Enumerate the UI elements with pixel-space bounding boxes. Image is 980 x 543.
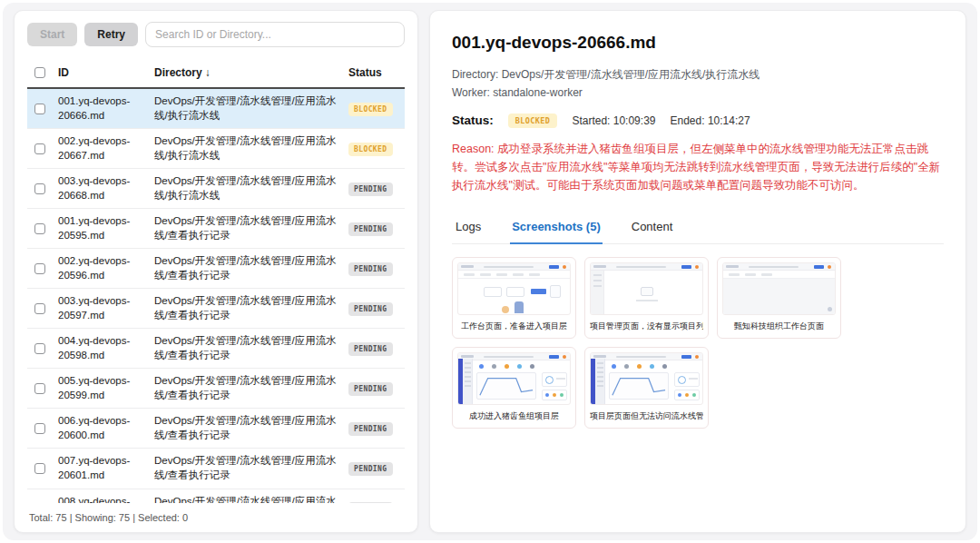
row-checkbox[interactable] bbox=[34, 343, 45, 354]
table-row[interactable]: 008.yq-devops-20602.md DevOps/开发管理/流水线管理… bbox=[27, 489, 405, 504]
screenshot-caption: 工作台页面，准备进入项目层 bbox=[457, 321, 571, 332]
tab-logs[interactable]: Logs bbox=[454, 214, 483, 244]
detail-worker: Worker: standalone-worker bbox=[452, 84, 944, 102]
screenshot-item[interactable]: 成功进入猪齿鱼组项目层 bbox=[452, 347, 576, 429]
select-all-checkbox[interactable] bbox=[34, 67, 45, 78]
detail-reason: Reason: 成功登录系统并进入猪齿鱼组项目层，但左侧菜单中的流水线管理功能无… bbox=[452, 140, 944, 194]
search-input[interactable] bbox=[145, 22, 405, 47]
status-badge: PENDING bbox=[348, 462, 393, 476]
screenshot-thumbnail bbox=[457, 262, 571, 315]
screenshot-caption: 项目层页面但无法访问流水线管理 bbox=[590, 410, 703, 422]
retry-button[interactable]: Retry bbox=[84, 23, 138, 46]
row-directory: DevOps/开发管理/流水线管理/应用流水线/查看执行记录 bbox=[154, 414, 343, 442]
detail-title: 001.yq-devops-20666.md bbox=[452, 33, 944, 53]
row-checkbox[interactable] bbox=[34, 303, 45, 314]
row-directory: DevOps/开发管理/流水线管理/应用流水线/查看执行记录 bbox=[154, 495, 343, 504]
row-checkbox[interactable] bbox=[34, 223, 45, 234]
status-badge: PENDING bbox=[348, 342, 393, 356]
task-table: ID Directory↓ Status 001.yq-devops-20666… bbox=[27, 58, 405, 503]
sort-descending-icon: ↓ bbox=[205, 66, 211, 79]
screenshot-caption: 甄知科技组织工作台页面 bbox=[722, 321, 836, 332]
status-badge: PENDING bbox=[348, 262, 393, 276]
reason-label: Reason: bbox=[452, 143, 495, 155]
row-checkbox[interactable] bbox=[34, 463, 45, 474]
detail-worker-label: Worker: bbox=[452, 86, 490, 99]
table-row[interactable]: 005.yq-devops-20599.md DevOps/开发管理/流水线管理… bbox=[27, 369, 405, 409]
toolbar: Start Retry bbox=[27, 22, 405, 47]
screenshot-thumbnail bbox=[590, 262, 703, 315]
row-id: 003.yq-devops-20668.md bbox=[58, 174, 149, 202]
tab-content[interactable]: Content bbox=[630, 214, 675, 244]
status-badge: BLOCKED bbox=[348, 103, 393, 116]
table-row[interactable]: 003.yq-devops-20597.md DevOps/开发管理/流水线管理… bbox=[27, 289, 405, 329]
detail-status-label: Status: bbox=[452, 114, 494, 127]
row-id: 007.yq-devops-20601.md bbox=[58, 454, 149, 482]
row-directory: DevOps/开发管理/流水线管理/应用流水线/查看执行记录 bbox=[154, 214, 343, 242]
row-directory: DevOps/开发管理/流水线管理/应用流水线/查看执行记录 bbox=[154, 294, 343, 322]
table-footer: Total: 75 | Showing: 75 | Selected: 0 bbox=[27, 503, 405, 525]
table-row[interactable]: 001.yq-devops-20666.md DevOps/开发管理/流水线管理… bbox=[27, 89, 405, 129]
row-id: 001.yq-devops-20666.md bbox=[58, 94, 149, 123]
table-body: 001.yq-devops-20666.md DevOps/开发管理/流水线管理… bbox=[27, 89, 405, 503]
table-row[interactable]: 002.yq-devops-20596.md DevOps/开发管理/流水线管理… bbox=[27, 249, 405, 289]
ended-value: 10:14:27 bbox=[708, 114, 750, 127]
status-badge: BLOCKED bbox=[508, 114, 558, 128]
table-row[interactable]: 002.yq-devops-20667.md DevOps/开发管理/流水线管理… bbox=[27, 129, 405, 169]
row-directory: DevOps/开发管理/流水线管理/应用流水线/查看执行记录 bbox=[154, 254, 343, 282]
status-badge: BLOCKED bbox=[348, 143, 393, 156]
detail-panel: 001.yq-devops-20666.md Directory: DevOps… bbox=[429, 10, 966, 533]
tab-screenshots-5[interactable]: Screenshots (5) bbox=[510, 214, 603, 244]
screenshot-item[interactable]: 项目层页面但无法访问流水线管理 bbox=[584, 347, 709, 429]
status-badge: PENDING bbox=[348, 222, 393, 236]
screenshot-item[interactable]: 工作台页面，准备进入项目层 bbox=[452, 257, 576, 339]
ended-label: Ended: bbox=[670, 114, 704, 127]
row-id: 002.yq-devops-20667.md bbox=[58, 134, 149, 163]
status-badge: PENDING bbox=[348, 183, 393, 196]
row-directory: DevOps/开发管理/流水线管理/应用流水线/执行流水线 bbox=[154, 94, 343, 123]
screenshot-caption: 项目管理页面，没有显示项目列表 bbox=[590, 321, 703, 332]
row-checkbox[interactable] bbox=[34, 423, 45, 434]
detail-status-row: Status: BLOCKED Started: 10:09:39 Ended:… bbox=[452, 114, 944, 128]
row-directory: DevOps/开发管理/流水线管理/应用流水线/执行流水线 bbox=[154, 174, 343, 202]
detail-directory-value: DevOps/开发管理/流水线管理/应用流水线/执行流水线 bbox=[502, 68, 760, 81]
status-badge: PENDING bbox=[348, 422, 393, 436]
row-id: 003.yq-devops-20597.md bbox=[58, 294, 149, 322]
row-checkbox[interactable] bbox=[34, 183, 45, 194]
screenshot-thumbnail bbox=[722, 262, 836, 315]
table-row[interactable]: 001.yq-devops-20595.md DevOps/开发管理/流水线管理… bbox=[27, 209, 405, 249]
started-value: 10:09:39 bbox=[613, 114, 656, 127]
status-badge: PENDING bbox=[348, 302, 393, 316]
row-id: 005.yq-devops-20599.md bbox=[58, 374, 149, 402]
reason-text: 成功登录系统并进入猪齿鱼组项目层，但左侧菜单中的流水线管理功能无法正常点击跳转。… bbox=[452, 143, 940, 192]
table-row[interactable]: 007.yq-devops-20601.md DevOps/开发管理/流水线管理… bbox=[27, 449, 405, 489]
screenshot-grid: 工作台页面，准备进入项目层 项目管理页面，没有显示项目列表 甄知科技组织工作台页… bbox=[452, 257, 944, 429]
started-label: Started: bbox=[572, 114, 610, 127]
row-checkbox[interactable] bbox=[34, 263, 45, 274]
task-list-panel: Start Retry ID Directory↓ Status 001.yq-… bbox=[14, 10, 418, 533]
row-id: 001.yq-devops-20595.md bbox=[58, 214, 149, 242]
row-id: 008.yq-devops-20602.md bbox=[58, 495, 149, 504]
row-id: 006.yq-devops-20600.md bbox=[58, 414, 149, 442]
table-header-row: ID Directory↓ Status bbox=[27, 58, 405, 89]
row-checkbox[interactable] bbox=[34, 104, 45, 114]
start-button[interactable]: Start bbox=[27, 23, 77, 46]
row-directory: DevOps/开发管理/流水线管理/应用流水线/执行流水线 bbox=[154, 134, 343, 163]
status-badge: PENDING bbox=[348, 382, 393, 396]
screenshot-item[interactable]: 项目管理页面，没有显示项目列表 bbox=[584, 257, 709, 339]
header-id: ID bbox=[58, 65, 149, 80]
table-row[interactable]: 006.yq-devops-20600.md DevOps/开发管理/流水线管理… bbox=[27, 409, 405, 449]
table-row[interactable]: 004.yq-devops-20598.md DevOps/开发管理/流水线管理… bbox=[27, 329, 405, 369]
screenshot-item[interactable]: 甄知科技组织工作台页面 bbox=[717, 257, 841, 339]
table-row[interactable]: 003.yq-devops-20668.md DevOps/开发管理/流水线管理… bbox=[27, 169, 405, 209]
header-directory[interactable]: Directory↓ bbox=[154, 65, 343, 80]
header-directory-label: Directory bbox=[154, 66, 202, 79]
detail-directory: Directory: DevOps/开发管理/流水线管理/应用流水线/执行流水线 bbox=[452, 65, 944, 84]
app-frame: Start Retry ID Directory↓ Status 001.yq-… bbox=[3, 3, 977, 540]
row-directory: DevOps/开发管理/流水线管理/应用流水线/查看执行记录 bbox=[154, 334, 343, 362]
screenshot-thumbnail bbox=[590, 352, 703, 405]
row-checkbox[interactable] bbox=[34, 143, 45, 154]
row-directory: DevOps/开发管理/流水线管理/应用流水线/查看执行记录 bbox=[154, 374, 343, 402]
detail-directory-label: Directory: bbox=[452, 68, 498, 81]
screenshot-thumbnail bbox=[457, 352, 571, 405]
row-checkbox[interactable] bbox=[34, 383, 45, 394]
